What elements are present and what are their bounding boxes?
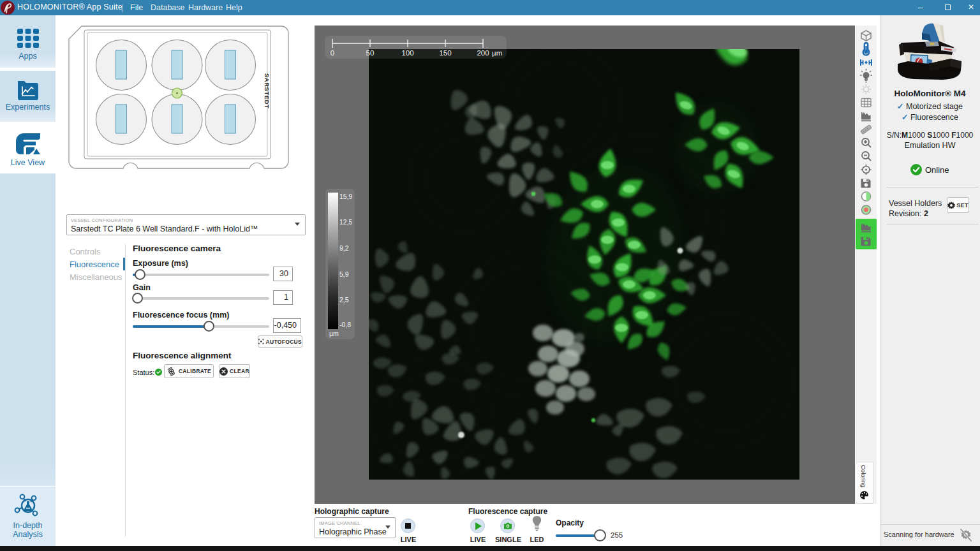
svg-text:100: 100 [401,49,413,57]
svg-text:0: 0 [330,49,334,57]
svg-text:9,2: 9,2 [339,244,349,252]
svg-text:50: 50 [366,49,375,57]
svg-text:15,9: 15,9 [339,193,353,200]
svg-text:200: 200 [477,49,489,57]
svg-text:12,5: 12,5 [339,218,353,226]
svg-text:SARSTEDT: SARSTEDT [264,73,271,108]
svg-text:2,5: 2,5 [339,296,349,304]
svg-text:5,9: 5,9 [339,270,349,278]
svg-text:-0,8: -0,8 [339,321,351,328]
svg-text:µm: µm [492,49,502,57]
svg-text:150: 150 [439,49,451,57]
svg-text:µm: µm [329,330,339,337]
